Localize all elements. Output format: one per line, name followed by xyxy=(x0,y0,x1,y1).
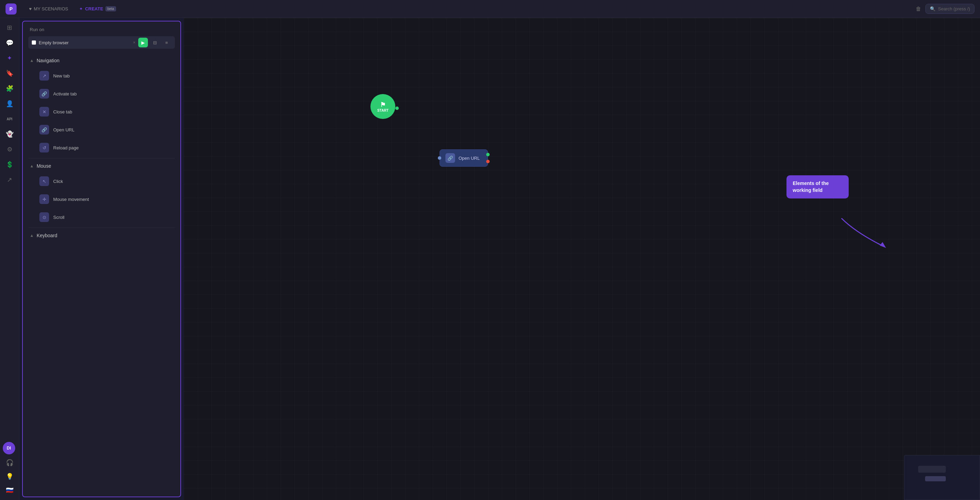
topbar-right: 🗑 🔍 Search (press /) xyxy=(916,4,974,14)
topbar-nav: ♥ MY SCENARIOS ✦ CREATE beta xyxy=(25,4,120,13)
chevron-icon-2: ▲ xyxy=(30,163,34,168)
scroll-icon: ⊙ xyxy=(40,212,49,222)
start-flag-icon: ⚑ xyxy=(380,101,386,109)
menu-item-scroll[interactable]: ⊙ Scroll xyxy=(25,209,178,225)
app-logo[interactable]: P xyxy=(6,3,17,14)
open-url-icon: 🔗 xyxy=(40,125,49,134)
menu-item-new-tab[interactable]: ↗ New tab xyxy=(25,67,178,84)
canvas-grid xyxy=(184,18,980,500)
snapshot-button[interactable]: ⊟ xyxy=(150,38,160,47)
browser-tab-actions: ▶ ⊟ ≡ xyxy=(138,38,172,47)
browser-favicon xyxy=(32,40,36,45)
mini-preview xyxy=(904,455,980,500)
start-node-connector xyxy=(395,107,399,110)
svg-marker-0 xyxy=(880,242,886,248)
sidebar-item-export[interactable]: ↗ xyxy=(3,173,17,187)
menu-item-close-tab[interactable]: ✕ Close tab xyxy=(25,103,178,120)
sidebar-item-headset[interactable]: 🎧 xyxy=(3,456,17,470)
browser-tab: Empty browser × ▶ ⊟ ≡ xyxy=(28,36,175,49)
open-url-node-icon: 🔗 xyxy=(445,153,455,163)
click-icon: ↖ xyxy=(40,176,49,186)
sidebar-item-grid[interactable]: ⊞ xyxy=(3,21,17,35)
sidebar-item-flag[interactable]: 🇷🇺 xyxy=(3,483,17,497)
sidebar-bottom: DI 🎧 💡 🇷🇺 xyxy=(3,442,17,497)
new-tab-icon: ↗ xyxy=(40,71,49,81)
sidebar-item-dollar[interactable]: 💲 xyxy=(3,158,17,171)
mini-preview-node-1 xyxy=(918,466,946,473)
menu-item-activate-tab[interactable]: 🔗 Activate tab xyxy=(25,85,178,102)
node-left-connector xyxy=(438,156,441,160)
search-icon: 🔍 xyxy=(930,6,935,11)
tooltip-box: Elements of the working field xyxy=(786,175,849,198)
trash-button[interactable]: 🗑 xyxy=(916,6,921,12)
node-right-connector-red xyxy=(486,160,490,163)
mini-preview-node-2 xyxy=(925,476,946,481)
section-divider-2 xyxy=(28,227,175,228)
create-nav[interactable]: ✦ CREATE beta xyxy=(75,4,120,13)
sidebar-item-chat[interactable]: 💬 xyxy=(3,36,17,50)
node-right-connector-green xyxy=(486,153,490,156)
menu-item-mouse-movement[interactable]: ✛ Mouse movement xyxy=(25,191,178,208)
open-url-node[interactable]: 🔗 Open URL xyxy=(439,149,488,167)
activate-tab-icon: 🔗 xyxy=(40,89,49,99)
chevron-icon-3: ▲ xyxy=(30,233,34,238)
sidebar-item-puzzle[interactable]: 🧩 xyxy=(3,81,17,96)
side-panel: Run on Empty browser × ▶ ⊟ ≡ ▲ Navigatio… xyxy=(22,21,181,497)
panel-header: Run on xyxy=(23,21,180,36)
canvas[interactable]: ⚑ START 🔗 Open URL Elements of the worki… xyxy=(184,18,980,500)
search-bar[interactable]: 🔍 Search (press /) xyxy=(925,4,974,14)
sidebar-item-api[interactable]: API xyxy=(3,112,17,126)
sidebar-item-ghost[interactable]: 👻 xyxy=(3,127,17,141)
star-nav-icon: ✦ xyxy=(79,6,83,11)
menu-item-click[interactable]: ↖ Click xyxy=(25,173,178,190)
topbar: P ♥ MY SCENARIOS ✦ CREATE beta 🗑 🔍 Searc… xyxy=(0,0,980,18)
close-tab-icon: ✕ xyxy=(40,107,49,117)
avatar[interactable]: DI xyxy=(3,442,15,454)
menu-item-reload-page[interactable]: ↺ Reload page xyxy=(25,139,178,156)
menu-item-open-url[interactable]: 🔗 Open URL xyxy=(25,121,178,138)
sidebar-item-person[interactable]: 👤 xyxy=(3,97,17,111)
heart-icon: ♥ xyxy=(29,6,32,11)
close-tab-button[interactable]: × xyxy=(133,40,135,45)
start-node[interactable]: ⚑ START xyxy=(371,94,395,119)
sidebar-item-star[interactable]: ✦ xyxy=(3,51,17,65)
section-mouse-header[interactable]: ▲ Mouse xyxy=(23,160,180,172)
menu-button[interactable]: ≡ xyxy=(162,38,172,47)
chevron-icon: ▲ xyxy=(30,58,34,63)
section-navigation-header[interactable]: ▲ Navigation xyxy=(23,54,180,67)
sidebar-item-bulb[interactable]: 💡 xyxy=(3,470,17,483)
mouse-movement-icon: ✛ xyxy=(40,194,49,204)
app-container: P ♥ MY SCENARIOS ✦ CREATE beta 🗑 🔍 Searc… xyxy=(0,0,980,500)
tooltip-arrow xyxy=(842,219,904,253)
sidebar-item-bookmark[interactable]: 🔖 xyxy=(3,66,17,80)
sidebar-item-settings[interactable]: ⚙ xyxy=(3,142,17,156)
main-area: ⊞ 💬 ✦ 🔖 🧩 👤 API 👻 ⚙ 💲 ↗ DI 🎧 💡 🇷🇺 Run on xyxy=(0,18,980,500)
icon-sidebar: ⊞ 💬 ✦ 🔖 🧩 👤 API 👻 ⚙ 💲 ↗ DI 🎧 💡 🇷🇺 xyxy=(0,18,19,500)
run-button[interactable]: ▶ xyxy=(138,38,148,47)
reload-icon: ↺ xyxy=(40,143,49,152)
section-keyboard-header[interactable]: ▲ Keyboard xyxy=(23,229,180,242)
section-divider-1 xyxy=(28,158,175,158)
my-scenarios-nav[interactable]: ♥ MY SCENARIOS xyxy=(25,4,72,13)
